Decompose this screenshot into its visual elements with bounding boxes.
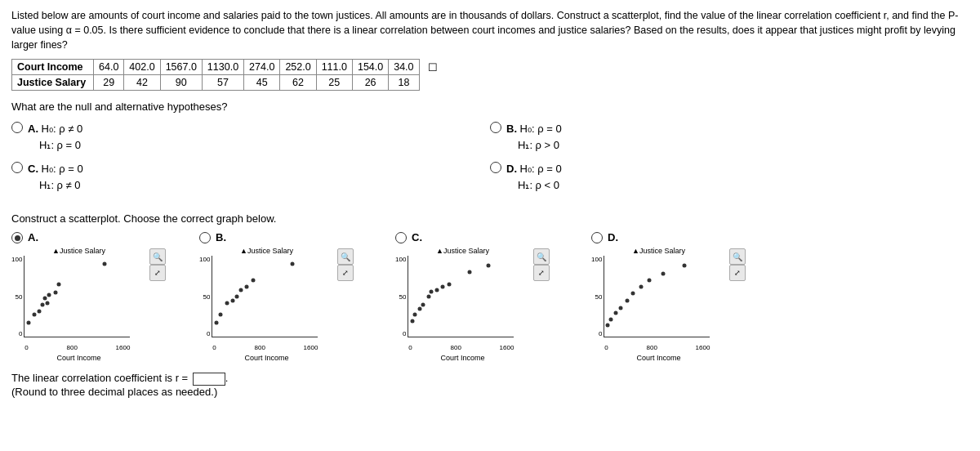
svg-point-31 xyxy=(609,318,613,322)
scatter-a-zoom-icon[interactable]: 🔍 xyxy=(149,248,166,265)
hypotheses-section: A. H₀: ρ ≠ 0 H₁: ρ = 0 C. H₀: ρ = 0 H₁: … xyxy=(11,121,969,201)
hyp-option-a[interactable]: A. H₀: ρ ≠ 0 H₁: ρ = 0 xyxy=(11,121,490,153)
svg-point-10 xyxy=(215,321,219,325)
hyp-d-label: D. H₀: ρ = 0 xyxy=(506,163,562,175)
svg-point-29 xyxy=(487,264,491,268)
svg-point-38 xyxy=(662,272,666,276)
scatter-option-c[interactable]: C. ▲Justice Salary 100 50 0 xyxy=(395,231,583,362)
hyp-c-label: C. H₀: ρ = 0 xyxy=(28,163,83,175)
scatter-label-a: A. xyxy=(28,231,38,243)
svg-point-1 xyxy=(33,313,37,317)
scatter-radio-d[interactable] xyxy=(591,232,603,243)
hyp-option-d[interactable]: D. H₀: ρ = 0 H₁: ρ < 0 xyxy=(490,161,969,193)
svg-point-36 xyxy=(639,285,644,289)
svg-point-12 xyxy=(225,301,229,306)
final-section: The linear correlation coefficient is r … xyxy=(11,372,969,398)
hyp-b-alt: H₁: ρ > 0 xyxy=(506,139,559,151)
hyp-text-c: C. H₀: ρ = 0 H₁: ρ ≠ 0 xyxy=(28,161,83,193)
hyp-text-a: A. H₀: ρ ≠ 0 H₁: ρ = 0 xyxy=(28,121,82,153)
correlation-text: The linear correlation coefficient is r … xyxy=(11,372,188,384)
svg-point-7 xyxy=(54,291,58,295)
scatter-question: Construct a scatterplot. Choose the corr… xyxy=(11,212,969,225)
svg-point-23 xyxy=(427,295,431,299)
svg-point-8 xyxy=(57,283,61,287)
scatter-a-expand-icon[interactable]: ⤢ xyxy=(149,265,166,281)
hyp-text-d: D. H₀: ρ = 0 H₁: ρ < 0 xyxy=(506,161,562,193)
hyp-left-col: A. H₀: ρ ≠ 0 H₁: ρ = 0 C. H₀: ρ = 0 H₁: … xyxy=(11,121,490,201)
scatter-plot-b xyxy=(212,256,318,337)
scatter-plot-d xyxy=(604,256,710,337)
svg-point-20 xyxy=(413,313,417,317)
round-note: (Round to three decimal places as needed… xyxy=(11,386,969,398)
radio-d[interactable] xyxy=(490,162,501,173)
hyp-a-label: A. H₀: ρ ≠ 0 xyxy=(28,123,82,135)
scatter-plot-c xyxy=(408,256,514,337)
scatter-b-zoom-icon[interactable]: 🔍 xyxy=(337,248,354,265)
svg-point-15 xyxy=(239,288,243,292)
scatter-option-d[interactable]: D. ▲Justice Salary 100 50 0 xyxy=(591,231,779,362)
svg-point-19 xyxy=(411,319,415,324)
hyp-d-alt: H₁: ρ < 0 xyxy=(506,179,559,191)
court-income-label: Court Income xyxy=(12,60,94,75)
scatter-radio-b[interactable] xyxy=(199,232,211,243)
scatter-option-a[interactable]: A. ▲Justice Salary 100 50 0 xyxy=(11,231,191,362)
scatter-label-b: B. xyxy=(216,231,226,243)
svg-point-3 xyxy=(41,303,45,307)
scatter-c-zoom-icon[interactable]: 🔍 xyxy=(533,248,550,265)
radio-a[interactable] xyxy=(11,122,23,133)
svg-point-21 xyxy=(418,307,422,311)
scatter-b-expand-icon[interactable]: ⤢ xyxy=(337,265,354,281)
hypotheses-question: What are the null and alternative hypoth… xyxy=(11,100,969,113)
hyp-right-col: B. H₀: ρ = 0 H₁: ρ > 0 D. H₀: ρ = 0 H₁: … xyxy=(490,121,969,201)
hyp-a-alt: H₁: ρ = 0 xyxy=(28,139,81,151)
svg-point-24 xyxy=(430,290,434,294)
svg-point-2 xyxy=(38,310,42,314)
svg-point-37 xyxy=(648,279,652,283)
svg-point-6 xyxy=(47,293,51,297)
svg-point-18 xyxy=(291,262,295,266)
scatter-radio-c[interactable] xyxy=(395,232,407,243)
scatter-d-zoom-icon[interactable]: 🔍 xyxy=(729,248,746,265)
justice-salary-label: Justice Salary xyxy=(12,75,94,91)
svg-point-30 xyxy=(606,324,610,328)
svg-point-26 xyxy=(441,285,445,289)
scatter-c-expand-icon[interactable]: ⤢ xyxy=(533,265,550,281)
correlation-line: The linear correlation coefficient is r … xyxy=(11,372,969,386)
svg-point-28 xyxy=(468,270,472,275)
svg-point-39 xyxy=(683,264,687,268)
scatter-options-row: A. ▲Justice Salary 100 50 0 xyxy=(11,231,969,362)
svg-point-22 xyxy=(421,303,425,307)
scatter-option-b[interactable]: B. ▲Justice Salary 100 50 0 xyxy=(199,231,387,362)
svg-point-4 xyxy=(46,301,50,306)
hyp-option-b[interactable]: B. H₀: ρ = 0 H₁: ρ > 0 xyxy=(490,121,969,153)
svg-point-13 xyxy=(231,299,235,303)
correlation-input[interactable] xyxy=(193,373,225,386)
svg-point-0 xyxy=(27,321,31,325)
scatter-d-expand-icon[interactable]: ⤢ xyxy=(729,265,746,281)
scatter-label-c: C. xyxy=(412,231,422,243)
svg-point-5 xyxy=(43,297,47,301)
hyp-c-alt: H₁: ρ ≠ 0 xyxy=(28,179,81,191)
svg-point-16 xyxy=(245,285,249,289)
scatter-radio-a[interactable] xyxy=(11,232,23,243)
svg-point-11 xyxy=(219,313,223,317)
svg-point-25 xyxy=(435,288,439,292)
svg-point-17 xyxy=(252,279,256,283)
svg-point-32 xyxy=(614,311,618,315)
scatter-plot-a xyxy=(24,256,131,337)
hyp-b-label: B. H₀: ρ = 0 xyxy=(506,123,562,135)
svg-point-33 xyxy=(619,306,623,310)
svg-point-14 xyxy=(235,295,239,299)
svg-point-34 xyxy=(626,299,630,303)
scatter-label-d: D. xyxy=(608,231,618,243)
hyp-text-b: B. H₀: ρ = 0 H₁: ρ > 0 xyxy=(506,121,562,153)
svg-point-9 xyxy=(103,262,107,266)
intro-paragraph: Listed below are amounts of court income… xyxy=(11,8,969,52)
svg-point-35 xyxy=(631,292,635,296)
radio-c[interactable] xyxy=(11,162,23,173)
svg-point-27 xyxy=(448,283,452,287)
hyp-option-c[interactable]: C. H₀: ρ = 0 H₁: ρ ≠ 0 xyxy=(11,161,490,193)
radio-b[interactable] xyxy=(490,122,501,133)
data-table: Court Income 64.0 402.0 1567.0 1130.0 27… xyxy=(11,59,449,91)
